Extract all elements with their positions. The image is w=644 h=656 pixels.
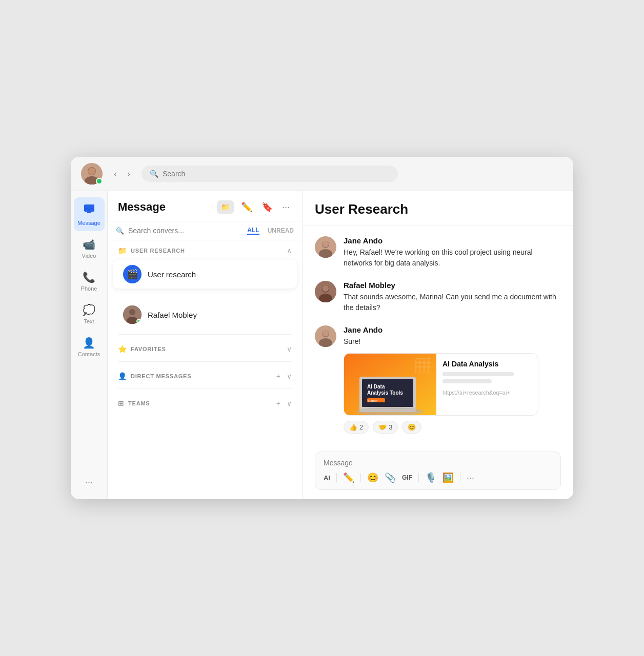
more-tools-button[interactable]: ··· [467,473,474,483]
message-input-area: AI ✏️ 😊 📎 GIF 🎙️ 🖼️ ··· [303,444,573,499]
search-icon: 🔍 [150,170,158,178]
msg-sender-jane-1: Jane Ando [344,236,561,245]
svg-point-3 [88,168,95,175]
filter-unread[interactable]: UNREAD [268,227,294,235]
sidebar-item-contacts-label: Contacts [78,351,100,357]
bookmark-button[interactable]: 🔖 [259,199,275,215]
forward-button[interactable]: › [124,168,133,180]
conv-avatar-user-research: 🎬 [123,265,142,283]
chevron-up-icon[interactable]: ∧ [287,247,292,255]
group-user-research-header: 📁 USER RESEARCH ∧ [108,240,302,259]
emoji-button[interactable]: 😊 [367,472,378,483]
group-teams-header: ⊞ TEAMS + ∨ [108,393,302,412]
msg-text-jane-2: Sure! [344,336,561,347]
chat-panel: User Research Jane Ando [303,191,573,499]
reaction-smile[interactable]: 😊 [402,421,421,434]
reaction-thumbsup[interactable]: 👍 2 [344,421,369,434]
msg-text-rafael: That sounds awesome, Marina! Can you sen… [344,292,561,313]
msg-content-rafael: Rafael Mobley That sounds awesome, Marin… [344,281,561,313]
sidebar-item-phone[interactable]: 📞 Phone [74,266,105,297]
attachment-button[interactable]: 📎 [385,472,396,483]
section-divider-2 [118,334,292,335]
sidebar-item-contacts[interactable]: 👤 Contacts [74,332,105,362]
online-badge [96,178,103,184]
add-teams-icon[interactable]: + [276,399,280,407]
thumbsup-count: 2 [359,423,363,431]
filter-tabs: ALL UNREAD [247,227,294,235]
compose-button[interactable]: ✏️ [239,199,254,215]
handshake-icon: 🤝 [378,423,387,431]
svg-text:AI Data: AI Data [367,384,385,389]
msg-sender-jane-2: Jane Ando [344,325,561,334]
svg-point-14 [323,241,329,247]
folder-button[interactable]: 📁 [217,200,234,214]
conv-name-user-research: User research [148,270,196,279]
svg-point-18 [323,285,329,292]
panel-title: Message [118,200,212,214]
panel-header: Message 📁 ✏️ 🔖 ··· [108,191,302,221]
conv-avatar-rafael [123,305,142,324]
link-bar-2 [442,379,492,383]
teams-icon: ⊞ [118,399,124,407]
app-window: ‹ › 🔍 Message 📹 [71,157,573,499]
reaction-handshake[interactable]: 🤝 3 [373,421,398,434]
global-search[interactable]: 🔍 [142,166,398,182]
sidebar-item-text[interactable]: 💭 Text [74,299,105,330]
conversation-search[interactable]: 🔍 ALL UNREAD [108,221,302,240]
user-avatar-container[interactable] [81,163,103,184]
add-dm-icon[interactable]: + [276,372,280,380]
search-input[interactable] [163,170,390,178]
svg-point-22 [323,330,329,336]
ai-tool-button[interactable]: AI [324,474,330,482]
back-button[interactable]: ‹ [111,168,120,180]
group-favorites-header: ⭐ FAVORITES ∨ [108,339,302,357]
phone-icon: 📞 [83,271,95,283]
link-preview-title: AI Data Analysis [442,360,532,368]
svg-rect-7 [87,211,91,213]
svg-text:Report: Report [368,399,377,402]
chat-header: User Research [303,191,573,226]
dm-label: DIRECT MESSAGES [131,373,272,379]
filter-all[interactable]: ALL [247,227,259,235]
toolbar-divider-4 [460,473,460,482]
nav-sidebar: Message 📹 Video 📞 Phone 💭 Text 👤 Contact… [71,191,108,499]
more-button[interactable]: ··· [80,472,98,493]
chevron-down-icon-dm[interactable]: ∨ [287,372,292,380]
message-row-3: Jane Ando Sure! [315,325,561,434]
thumbsup-icon: 👍 [349,423,357,431]
favorites-label: FAVORITES [131,346,283,352]
gif-button[interactable]: GIF [402,474,412,481]
image-button[interactable]: 🖼️ [442,472,454,483]
link-preview[interactable]: AI Data Analysis Tools Report [344,353,538,416]
link-preview-bars [442,372,532,383]
link-preview-text: AI Data Analysis https://ai+research&oq=… [436,354,538,415]
more-options-button[interactable]: ··· [280,200,292,215]
svg-rect-6 [84,204,94,212]
sidebar-item-text-label: Text [84,318,94,324]
message-input[interactable] [324,459,552,467]
section-divider-3 [118,361,292,362]
search-conv-input[interactable] [128,227,243,235]
conv-item-rafael[interactable]: Rafael Mobley [113,300,297,329]
sidebar-item-message[interactable]: Message [74,197,105,231]
sidebar-item-video-label: Video [82,253,96,259]
contacts-icon: 👤 [83,337,95,349]
chevron-down-icon-teams[interactable]: ∨ [287,399,292,407]
messages-area: Jane Ando Hey, Rafael! We're working on … [303,226,573,444]
handshake-count: 3 [389,423,392,431]
sidebar-item-video[interactable]: 📹 Video [74,233,105,264]
audio-button[interactable]: 🎙️ [425,472,436,483]
link-preview-image: AI Data Analysis Tools Report [344,354,436,415]
sidebar-item-message-label: Message [77,220,100,226]
folder-icon: 📁 [118,247,127,255]
pen-tool-button[interactable]: ✏️ [343,472,354,483]
message-icon [83,202,95,218]
group-label: USER RESEARCH [131,248,283,254]
person-icon: 👤 [118,372,127,380]
section-divider-4 [118,388,292,389]
conv-item-user-research[interactable]: 🎬 User research [113,260,297,289]
msg-content-jane-1: Jane Ando Hey, Rafael! We're working on … [344,236,561,269]
group-dm-header: 👤 DIRECT MESSAGES + ∨ [108,366,302,384]
chevron-down-icon-fav[interactable]: ∨ [287,345,292,353]
group-user-research: 📁 USER RESEARCH ∧ 🎬 User research [108,240,302,290]
